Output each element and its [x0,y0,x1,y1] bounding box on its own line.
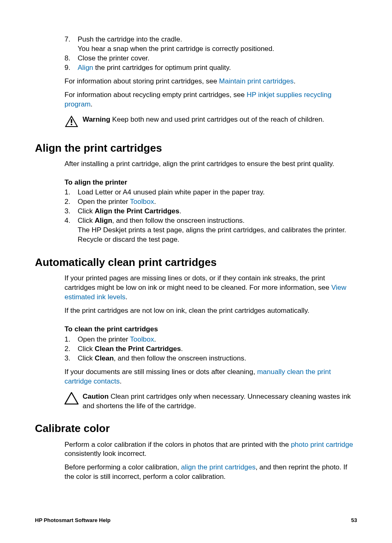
step-number: 4. [65,216,70,226]
caution-box: Caution Clean print cartridges only when… [35,392,357,411]
calibrate-para1: Perform a color calibration if the color… [35,440,357,459]
step-number: 7. [65,35,70,44]
recycling-info-para: For information about recycling empty pr… [35,90,357,109]
manual-clean-para: If your documents are still missing line… [35,367,357,386]
svg-marker-4 [65,393,78,404]
align-link[interactable]: Align [78,64,93,72]
toolbox-link[interactable]: Toolbox [130,198,154,206]
clean-step-2: 2. Click Clean the Print Cartridges. [65,344,357,354]
maintain-link[interactable]: Maintain print cartridges [219,77,293,85]
warning-box: Warning Keep both new and used print car… [35,115,357,130]
warning-icon [65,115,78,130]
svg-rect-3 [71,124,72,125]
step-number: 3. [65,354,70,363]
step-9: 9. Align the print cartridges for optimu… [65,63,357,73]
caution-icon [65,392,78,407]
align-heading: Align the print cartridges [35,141,357,155]
calibrate-heading: Calibrate color [35,421,357,436]
step-number: 2. [65,344,70,354]
page-content: 7. Push the cartridge into the cradle. Y… [35,35,357,482]
step-8: 8. Close the printer cover. [65,54,357,63]
step-text: Push the cartridge into the cradle. [78,35,182,43]
calibrate-para2: Before performing a color calibration, a… [35,463,357,482]
align-steps: 1. Load Letter or A4 unused plain white … [35,188,357,245]
clean-bold: Clean [95,354,114,362]
clean-intro: If your printed pages are missing lines … [35,274,357,302]
step-text: Close the printer cover. [78,54,150,62]
clean-para2: If the print cartridges are not low on i… [35,306,357,316]
caution-text: Caution Clean print cartridges only when… [83,392,357,411]
step-subtext: You hear a snap when the print cartridge… [78,45,274,53]
step-number: 9. [65,63,70,73]
warning-label: Warning [83,116,110,123]
align-step-2: 2. Open the printer Toolbox. [65,197,357,207]
step-number: 2. [65,197,70,207]
step-text: the print cartridges for optimum print q… [93,64,231,72]
step-subtext: The HP Deskjet prints a test page, align… [78,226,346,243]
align-cartridges-link[interactable]: align the print cartridges [181,463,255,471]
align-intro: After installing a print cartridge, alig… [35,159,357,169]
svg-rect-2 [71,119,72,123]
clean-step-1: 1. Open the printer Toolbox. [65,335,357,344]
warning-text: Warning Keep both new and used print car… [83,115,357,125]
clean-steps: 1. Open the printer Toolbox. 2. Click Cl… [35,335,357,363]
step-number: 1. [65,188,70,197]
align-subhead: To align the printer [35,178,357,187]
clean-heading: Automatically clean print cartridges [35,255,357,270]
align-step-1: 1. Load Letter or A4 unused plain white … [65,188,357,197]
align-bold: Align [95,217,113,224]
storing-info-para: For information about storing print cart… [35,77,357,86]
page-number: 53 [351,517,357,523]
step-text: Load Letter or A4 unused plain white pap… [78,188,265,196]
footer-title: HP Photosmart Software Help [35,517,111,523]
step-number: 8. [65,54,70,63]
clean-subhead: To clean the print cartridges [35,325,357,334]
photo-cartridge-link[interactable]: photo print cartridge [291,441,353,448]
page-footer: HP Photosmart Software Help 53 [35,517,357,523]
step-number: 1. [65,335,70,344]
align-step-4: 4. Click Align, and then follow the onsc… [65,216,357,245]
align-cartridges-bold: Align the Print Cartridges [95,207,180,215]
clean-cartridges-bold: Clean the Print Cartridges [95,345,181,353]
clean-step-3: 3. Click Clean, and then follow the onsc… [65,354,357,363]
continuation-list: 7. Push the cartridge into the cradle. Y… [35,35,357,73]
step-7: 7. Push the cartridge into the cradle. Y… [65,35,357,54]
step-number: 3. [65,207,70,216]
caution-label: Caution [83,393,108,400]
toolbox-link-2[interactable]: Toolbox [130,335,154,343]
align-step-3: 3. Click Align the Print Cartridges. [65,207,357,216]
